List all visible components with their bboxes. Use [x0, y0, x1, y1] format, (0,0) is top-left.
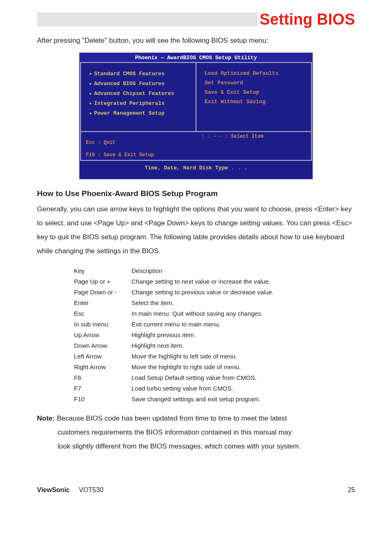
- header-bar: Setting BIOS: [37, 12, 355, 26]
- table-row: Page Up or +Change setting to next value…: [74, 278, 355, 285]
- table-row: In sub menu:Exit current menu to main me…: [74, 321, 355, 328]
- table-header-key: Key: [74, 267, 131, 274]
- bios-menu-item: ▸Standard CMOS Features: [89, 70, 191, 77]
- triangle-icon: ▸: [89, 80, 94, 87]
- page-number: 25: [348, 486, 355, 494]
- table-row: Page Down or -Change setting to previous…: [74, 289, 355, 296]
- bios-select-item-label: ↑ ↓ → ← : Select Item: [191, 134, 306, 158]
- table-header-desc: Description: [131, 267, 355, 274]
- note-label: Note:: [37, 414, 55, 422]
- bios-menu-item: ▸Advanced Chipset Features: [89, 90, 191, 97]
- table-row: EscIn main menu: Quit without saving any…: [74, 310, 355, 317]
- bios-menu-item: Save & Exit Setup: [205, 89, 306, 95]
- table-row: EnterSelect the item.: [74, 299, 355, 306]
- triangle-icon: ▸: [89, 90, 94, 97]
- bios-screenshot: Phoenix — AwardBIOS CMOS Setup Utility ▸…: [79, 53, 313, 179]
- footer-model: VOT530: [79, 486, 104, 493]
- section-heading: How to Use Phoenix-Award BIOS Setup Prog…: [37, 189, 355, 198]
- note-line: customers requirements the BIOS informat…: [37, 426, 355, 439]
- bios-menu-item: Exit Without Saving: [205, 99, 306, 105]
- table-row: Down ArrowHighlight next item.: [74, 342, 355, 349]
- key-description-table: Key Description Page Up or +Change setti…: [74, 267, 355, 402]
- bios-window-title: Phoenix — AwardBIOS CMOS Setup Utility: [80, 53, 312, 62]
- bios-right-column: Load Optimized Defaults Set Password Sav…: [196, 62, 312, 132]
- bios-left-column: ▸Standard CMOS Features ▸Advanced BIOS F…: [80, 62, 196, 132]
- note-line: look slightly different from the BIOS me…: [37, 439, 355, 453]
- bios-menu-item: Set Password: [205, 80, 306, 86]
- bios-menu-item: ▸Integrated Peripherals: [89, 100, 191, 106]
- page-title: Setting BIOS: [257, 11, 355, 28]
- table-row: Up ArrowHighlight previous item.: [74, 331, 355, 338]
- page-footer: ViewSonic VOT530 25: [37, 486, 355, 494]
- table-row: Right ArrowMove the highlight to right s…: [74, 363, 355, 370]
- bios-esc-label: Esc : Quit: [86, 140, 115, 146]
- table-header-row: Key Description: [74, 267, 355, 274]
- triangle-icon: ▸: [89, 70, 94, 77]
- intro-text: After pressing "Delete" button, you will…: [37, 35, 355, 46]
- table-row: F7Load turbo setting value from CMOS.: [74, 385, 355, 392]
- bios-footer-hint: Time, Date, Hard Disk Type . . .: [80, 161, 312, 178]
- section-paragraph: Generally, you can use arrow keys to hig…: [37, 202, 355, 258]
- table-row: F6Load Setup Default setting value from …: [74, 374, 355, 381]
- bios-menu-item: Load Optimized Defaults: [205, 70, 306, 76]
- note-line: Because BIOS code has been updated from …: [55, 414, 287, 422]
- bios-menu-item: ▸Advanced BIOS Features: [89, 80, 191, 87]
- triangle-icon: ▸: [89, 100, 94, 106]
- note-block: Note: Because BIOS code has been updated…: [37, 412, 355, 453]
- footer-brand: ViewSonic: [37, 486, 70, 493]
- bios-f10-label: F10 : Save & Exit Setup: [86, 152, 154, 158]
- bios-footer-keys: Esc : Quit F10 : Save & Exit Setup ↑ ↓ →…: [80, 132, 312, 161]
- triangle-icon: ▸: [89, 110, 94, 116]
- table-row: Left ArrowMove the highlight to left sid…: [74, 353, 355, 360]
- bios-menu-item: ▸Power Management Setup: [89, 110, 191, 116]
- table-row: F10Save changed settings and exit setup …: [74, 395, 355, 402]
